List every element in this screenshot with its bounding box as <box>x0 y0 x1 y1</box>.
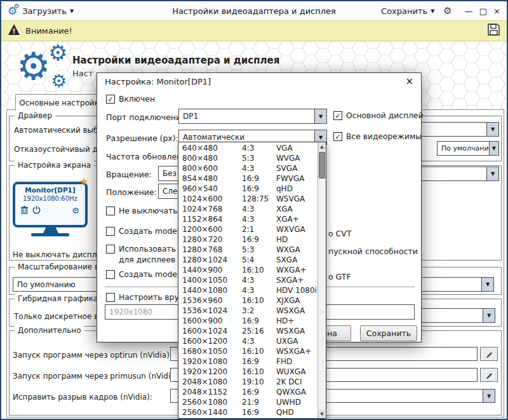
dialog-close-button[interactable]: × <box>405 76 413 87</box>
resolution-text: 1280×768 <box>182 245 242 255</box>
all-modes-checkbox[interactable]: ✓ Все видеорежимы <box>333 132 422 141</box>
scrollbar[interactable]: ▲ ▼ <box>318 142 326 418</box>
resolution-option[interactable]: 1920×1200 16:10 WUXGA <box>178 367 318 377</box>
auto-driver-label: Автоматический выб <box>14 126 98 135</box>
resolution-text: 960×540 <box>182 184 242 194</box>
resolution-option[interactable]: 1280×1024 5:4 SXGA <box>178 255 318 265</box>
dropdown-arrow-icon[interactable]: ▼ <box>486 123 498 136</box>
checkbox-checked[interactable]: ✓ <box>333 111 342 120</box>
save-disk-icon[interactable] <box>487 23 500 39</box>
mode-name-text: SXGA+ <box>276 275 318 285</box>
save-menu-button[interactable]: Сохранить ▼ <box>381 6 434 16</box>
resolution-option[interactable]: 1600×900 16:9 HD+ <box>178 316 318 326</box>
aspect-ratio-text: 16:9 <box>242 387 276 397</box>
monitor-gear-icon[interactable]: ⚙ <box>72 207 79 215</box>
resolution-option[interactable]: 2048×1080 19:10 2K DCI <box>178 377 318 387</box>
gtf-label-suffix: о GTF <box>328 272 351 281</box>
resolution-option[interactable]: 1600×1024 25:16 WSXGA <box>178 326 318 336</box>
load-menu-button[interactable]: Загрузить ▼ <box>22 6 74 16</box>
resolution-option[interactable]: 2048×1152 16:9 QWXGA <box>178 387 318 397</box>
scrollbar-thumb[interactable] <box>319 152 325 179</box>
resolution-text: 1024×600 <box>182 194 242 204</box>
hybrid-row-label: Только дискретное в <box>14 312 98 321</box>
aspect-ratio-text: 4:3 <box>242 214 276 224</box>
aspect-ratio-text: 16:10 <box>242 367 276 377</box>
resolution-option[interactable]: 1400×1050 4:3 SXGA+ <box>178 275 318 285</box>
checkbox-checked[interactable]: ✓ <box>333 132 342 141</box>
dropdown-arrow-icon[interactable]: ▼ <box>483 309 495 322</box>
resolution-option[interactable]: 1536×960 16:10 XJXGA <box>178 295 318 306</box>
mode-name-text: VGA <box>276 143 318 153</box>
aspect-ratio-text: 4:3 <box>242 285 276 295</box>
resolution-option[interactable]: 1920×1080 16:9 FHD <box>178 356 318 367</box>
dropdown-arrow-icon[interactable]: ▼ <box>486 167 498 180</box>
dialog-save-button[interactable]: Сохранить <box>360 325 417 341</box>
app-window: ⚙⚙ Загрузить ▼ Настройки видеоадаптера и… <box>0 0 508 420</box>
resolution-option[interactable]: 800×480 5:3 WVGA <box>178 153 318 163</box>
resolution-text: 1200×600 <box>182 224 242 234</box>
monitor-name: Monitor[DP1] <box>15 186 85 194</box>
dropdown-arrow-icon[interactable]: ▼ <box>314 109 326 123</box>
scroll-down-icon[interactable]: ▼ <box>318 410 326 418</box>
checkbox-unchecked[interactable] <box>106 270 115 279</box>
resolution-option[interactable]: 960×540 16:9 qHD <box>178 184 318 194</box>
resolution-option[interactable]: 800×600 4:3 SVGA <box>178 163 318 173</box>
resolution-text: 2560×1080 <box>182 397 242 407</box>
enabled-checkbox[interactable]: ✓ Включен <box>106 95 155 104</box>
resolution-text: 800×480 <box>182 153 242 163</box>
power-icon[interactable] <box>32 205 41 217</box>
minimize-button[interactable]: — <box>465 6 473 16</box>
maximize-button[interactable]: □ <box>479 6 487 16</box>
resolution-option[interactable]: 854×480 16:9 FWVGA <box>178 173 318 184</box>
checkbox-unchecked[interactable] <box>106 207 115 215</box>
resolution-option[interactable]: 1152×864 4:3 XGA+ <box>178 214 318 224</box>
resolution-option[interactable]: 1200×600 2:1 WXVGA <box>178 224 318 234</box>
dropdown-arrow-icon[interactable]: ▼ <box>483 390 495 402</box>
aspect-ratio-text: 128:75 <box>242 194 276 204</box>
primusun-label: Запуск программ через primusun (nVidia): <box>13 372 180 381</box>
optirun-edit-button[interactable] <box>480 347 498 361</box>
port-combobox[interactable]: DP1 ▼ <box>178 109 327 124</box>
resolution-option[interactable]: 1024×600 128:75 WSVGA <box>178 194 318 204</box>
checkbox-unchecked[interactable] <box>106 227 115 236</box>
resolution-option[interactable]: 1280×720 16:9 HD <box>178 234 318 245</box>
resolution-text: 1536×1024 <box>182 306 242 316</box>
resolution-option[interactable]: 1440×900 16:10 WXGA+ <box>178 265 318 275</box>
monitor-widget[interactable]: Monitor[DP1] 1920x1080:60Hz ⚙ <box>13 182 88 227</box>
resolution-option[interactable]: 2560×1440 16:9 QHD <box>178 407 318 417</box>
dropdown-arrow-icon[interactable]: ▼ <box>489 142 498 155</box>
page-subtitle-fragment: Наст <box>72 69 93 78</box>
aspect-ratio-text: 16:10 <box>242 265 276 275</box>
aspect-ratio-text: 16:9 <box>242 356 276 367</box>
rotation-label: Вращение: <box>106 170 152 179</box>
resolution-option[interactable]: 2560×1080 21:9 UWHD <box>178 397 318 407</box>
resolution-option[interactable]: 1024×768 4:3 XGA <box>178 204 318 214</box>
trash-icon[interactable] <box>21 205 28 217</box>
checkbox-unchecked[interactable] <box>106 245 115 254</box>
resolution-text: 1680×1050 <box>182 346 242 356</box>
primary-display-checkbox[interactable]: ✓ Основной дисплей <box>333 111 423 120</box>
checkbox-checked[interactable]: ✓ <box>106 95 115 104</box>
failsafe-driver-combobox[interactable]: По умолчанию ▼ <box>437 141 499 156</box>
resolution-option[interactable]: 1440×1080 4:3 HDV 1080i <box>178 285 318 295</box>
screen-group-legend: Настройка экрана <box>15 161 94 170</box>
resolution-option[interactable]: 1280×768 5:3 WXGA <box>178 245 318 255</box>
resolution-option[interactable]: 1600×1200 4:3 UXGA <box>178 336 318 346</box>
mode-name-text: SXGA <box>276 255 318 265</box>
resolution-option[interactable]: 1680×1050 16:10 WSXGA+ <box>178 346 318 356</box>
dropdown-arrow-icon[interactable]: ▼ <box>481 278 493 291</box>
primusun-edit-button[interactable] <box>480 368 498 382</box>
resolution-option[interactable]: 1536×1024 3:2 WSXGA <box>178 306 318 316</box>
close-button[interactable]: × <box>493 6 500 16</box>
scroll-up-icon[interactable]: ▲ <box>318 142 326 151</box>
settings-gear-icon[interactable]: ⚙ <box>443 6 451 16</box>
chevron-down-icon: ▼ <box>431 8 434 14</box>
warning-icon: ! <box>8 24 20 38</box>
tab-main-settings[interactable]: Основные настройки <box>15 94 108 111</box>
resolution-text: 1280×720 <box>182 234 242 245</box>
resolution-text: 1536×960 <box>182 295 242 306</box>
resolution-text: 640×480 <box>182 143 242 153</box>
resolution-option[interactable]: 640×480 4:3 VGA <box>178 143 318 153</box>
checkbox-unchecked[interactable] <box>106 293 115 302</box>
monitor-mode: 1920x1080:60Hz <box>15 195 85 202</box>
